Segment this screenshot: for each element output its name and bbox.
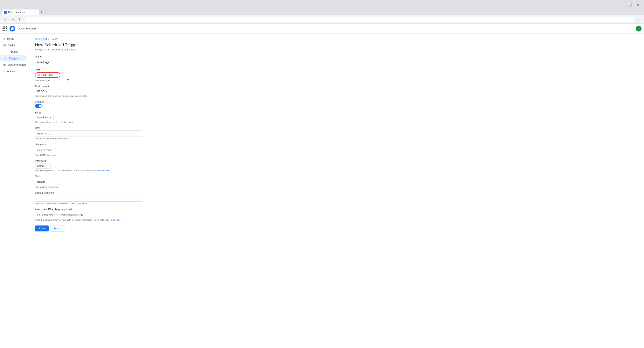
address-bar[interactable] [25, 17, 634, 22]
sidebar-item-label-home: Home [7, 37, 14, 40]
username-label: Username [35, 143, 142, 146]
sidebar-item-label-pipeline: Pipeline [9, 50, 18, 53]
type-caret-icon: ▾ [57, 74, 58, 76]
app-container: ⌂ Home ☑ Tasks — — Pipeline ⚡ Triggers ⊞… [0, 33, 644, 348]
sidebar-item-home[interactable]: ⌂ Home [0, 35, 27, 42]
home-icon: ⌂ [3, 37, 5, 40]
pipeline-icon: — — [3, 50, 7, 53]
activity-icon: ○ [3, 70, 5, 73]
environment-hint: The environment in which your task will … [35, 95, 142, 97]
search-field-group: Search (optional) This works the same as… [35, 192, 142, 205]
sidebar-item-label-triggers: Triggers [9, 57, 18, 60]
username-field-group: Username Your IMAP username. [35, 143, 142, 156]
name-label: Name [35, 55, 142, 58]
back-button[interactable]: ← [2, 16, 8, 22]
window-chrome: — ⬜ ✕ [0, 0, 644, 9]
new-tab-button[interactable]: + [39, 9, 44, 15]
regex101-link[interactable]: Regex 101 [110, 219, 120, 221]
search-label: Search (optional) [35, 192, 142, 194]
sidebar-item-label-documentation: Documentation [8, 63, 26, 66]
type-hint: The event type. [35, 79, 142, 82]
breadcrumb-current: Create [51, 38, 58, 40]
username-hint: Your IMAP username. [35, 154, 142, 156]
environment-caret-icon: ▾ [46, 90, 47, 93]
sidebar-item-documentation[interactable]: ⊞ Documentation [0, 61, 27, 68]
trigger-form: Name Type ✉ Email (IMAP) ▾ ↙ [35, 55, 142, 232]
password-field-group: Password Select... ▾ Your IMAP password.… [35, 160, 142, 172]
sidebar-item-label-tasks: Tasks [8, 44, 15, 47]
close-button[interactable]: ✕ [634, 2, 641, 8]
reset-button[interactable]: Reset [50, 225, 65, 232]
sidebar: ⌂ Home ☑ Tasks — — Pipeline ⚡ Triggers ⊞… [0, 33, 29, 348]
type-label: Type [35, 68, 142, 71]
breadcrumb-separator: > [48, 38, 50, 40]
breadcrumb: Scheduled > Create [35, 38, 638, 40]
password-dropdown[interactable]: Select... ▾ [35, 163, 51, 169]
sidebar-item-triggers[interactable]: ⚡ Triggers [0, 55, 27, 61]
name-field-group: Name [35, 55, 142, 65]
tab-close-icon[interactable]: ✕ [34, 11, 36, 14]
save-button[interactable]: Save [35, 226, 48, 231]
mailbox-hint: The mailbox to monitor. [35, 186, 142, 188]
search-optional-text: (optional) [44, 192, 54, 194]
password-hint: Your IMAP password. You will need to add… [35, 169, 142, 172]
enabled-toggle[interactable] [35, 104, 42, 108]
avatar[interactable]: G [636, 26, 642, 31]
host-label: Host [35, 127, 142, 129]
app-logo [10, 26, 15, 31]
event-dropdown[interactable]: New Email ▾ [35, 115, 54, 120]
attachment-optional-text: (optional) [62, 208, 72, 211]
search-input[interactable] [35, 195, 142, 202]
google-apps-icon[interactable] [2, 26, 7, 31]
mailbox-label: Mailbox [35, 175, 142, 178]
refresh-button[interactable]: ↻ [17, 16, 23, 22]
host-input[interactable] [35, 130, 142, 137]
sidebar-item-pipeline[interactable]: — — Pipeline [0, 48, 27, 55]
host-hint: The host Swarm should connect to. [35, 137, 142, 140]
name-input[interactable] [35, 59, 142, 65]
sidebar-item-tasks[interactable]: ☑ Tasks [0, 42, 27, 48]
browser-tab[interactable]: Documentation ✕ [2, 9, 39, 15]
mailbox-field-group: Mailbox The mailbox to monitor. [35, 175, 142, 188]
type-value: Email (IMAP) [41, 73, 56, 76]
main-content: Scheduled > Create New Scheduled Trigger… [29, 33, 644, 348]
type-annotation-wrapper: ✉ Email (IMAP) ▾ ↙ [35, 72, 60, 78]
toggle-thumb [39, 105, 42, 107]
app-bar: Documentation ▾ G [0, 24, 644, 33]
app-brand[interactable]: Documentation ▾ [18, 27, 38, 30]
breadcrumb-parent[interactable]: Scheduled [35, 38, 47, 40]
mailbox-input[interactable] [35, 179, 142, 185]
sidebar-item-label-activity: Activity [7, 70, 16, 73]
attachment-input[interactable] [35, 212, 142, 218]
event-hint: One task will be created per this event. [35, 121, 142, 123]
attachment-label-text: Attachment Filter Regex [35, 208, 62, 211]
minimize-button[interactable]: — [619, 2, 625, 8]
event-caret-icon: ▾ [50, 117, 51, 119]
tasks-icon: ☑ [3, 43, 6, 47]
maximize-button[interactable]: ⬜ [627, 2, 633, 8]
event-value: New Email [37, 116, 49, 119]
environment-value: PROD [37, 90, 44, 93]
environment-variable-link[interactable]: environment variable [88, 169, 110, 172]
browser-frame: — ⬜ ✕ Documentation ✕ + ← → ↻ ⋮ Document [0, 0, 644, 348]
attachment-field-group: Attachment Filter Regex (optional) Filte… [35, 208, 142, 221]
event-label: Event [35, 111, 142, 114]
type-field-group: Type ✉ Email (IMAP) ▾ ↙ The event type. [35, 68, 142, 82]
tab-strip: Documentation ✕ + [0, 9, 644, 15]
form-buttons: Save Reset [35, 225, 142, 232]
browser-menu-button[interactable]: ⋮ [636, 16, 642, 22]
forward-button[interactable]: → [10, 16, 16, 22]
triggers-icon: ⚡ [3, 56, 7, 60]
documentation-icon: ⊞ [3, 63, 6, 66]
type-dropdown[interactable]: ✉ Email (IMAP) ▾ [35, 72, 60, 78]
attachment-hint: Filter the attachments you want with a r… [35, 219, 142, 221]
tab-title: Documentation [8, 11, 25, 14]
nav-bar: ← → ↻ ⋮ [0, 15, 644, 24]
password-value: Select... [37, 165, 46, 167]
sidebar-item-activity[interactable]: ○ Activity [0, 68, 27, 74]
username-input[interactable] [35, 147, 142, 153]
app-brand-caret-icon: ▾ [36, 27, 38, 30]
email-icon: ✉ [38, 73, 40, 76]
environment-label: Environment [35, 85, 142, 88]
environment-dropdown[interactable]: PROD ▾ [35, 89, 49, 94]
